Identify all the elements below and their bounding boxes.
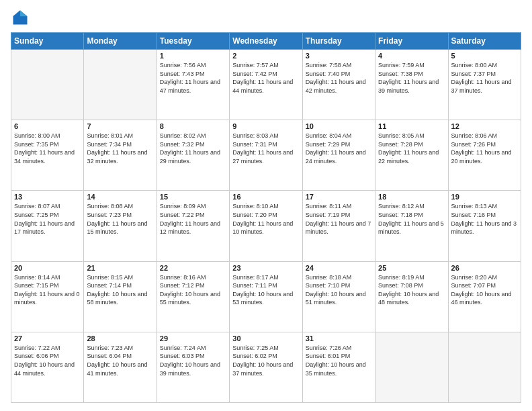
day-cell: 4Sunrise: 7:59 AMSunset: 7:38 PMDaylight…: [375, 50, 448, 120]
day-info: Sunrise: 8:19 AMSunset: 7:08 PMDaylight:…: [378, 273, 445, 307]
day-number: 10: [306, 122, 372, 130]
day-info: Sunrise: 8:13 AMSunset: 7:16 PMDaylight:…: [451, 202, 518, 236]
day-number: 18: [378, 193, 445, 201]
day-cell: 25Sunrise: 8:19 AMSunset: 7:08 PMDayligh…: [375, 261, 448, 332]
day-cell: [375, 332, 448, 402]
day-cell: 2Sunrise: 7:57 AMSunset: 7:42 PMDaylight…: [230, 50, 302, 120]
day-cell: 11Sunrise: 8:05 AMSunset: 7:28 PMDayligh…: [375, 120, 448, 191]
day-number: 13: [14, 193, 81, 201]
day-info: Sunrise: 8:00 AMSunset: 7:37 PMDaylight:…: [451, 61, 518, 95]
day-info: Sunrise: 8:16 AMSunset: 7:12 PMDaylight:…: [160, 273, 226, 307]
day-cell: 1Sunrise: 7:56 AMSunset: 7:43 PMDaylight…: [157, 50, 229, 120]
day-number: 26: [451, 264, 518, 272]
day-cell: 10Sunrise: 8:04 AMSunset: 7:29 PMDayligh…: [302, 120, 375, 191]
day-number: 27: [14, 334, 81, 342]
logo: [11, 8, 32, 27]
day-cell: 6Sunrise: 8:00 AMSunset: 7:35 PMDaylight…: [11, 120, 84, 191]
day-cell: 30Sunrise: 7:25 AMSunset: 6:02 PMDayligh…: [230, 332, 302, 402]
day-info: Sunrise: 7:57 AMSunset: 7:42 PMDaylight:…: [232, 61, 299, 95]
day-cell: 8Sunrise: 8:02 AMSunset: 7:32 PMDaylight…: [157, 120, 229, 191]
page: SundayMondayTuesdayWednesdayThursdayFrid…: [0, 0, 532, 411]
day-info: Sunrise: 7:25 AMSunset: 6:02 PMDaylight:…: [232, 344, 299, 377]
week-row-5: 27Sunrise: 7:22 AMSunset: 6:06 PMDayligh…: [11, 332, 521, 402]
day-info: Sunrise: 8:00 AMSunset: 7:35 PMDaylight:…: [14, 132, 81, 165]
weekday-header-wednesday: Wednesday: [230, 33, 302, 50]
day-cell: 20Sunrise: 8:14 AMSunset: 7:15 PMDayligh…: [11, 261, 84, 332]
day-number: 5: [451, 52, 518, 60]
day-cell: 17Sunrise: 8:11 AMSunset: 7:19 PMDayligh…: [302, 191, 375, 261]
day-info: Sunrise: 7:23 AMSunset: 6:04 PMDaylight:…: [87, 344, 153, 377]
day-cell: 7Sunrise: 8:01 AMSunset: 7:34 PMDaylight…: [84, 120, 157, 191]
week-row-2: 6Sunrise: 8:00 AMSunset: 7:35 PMDaylight…: [11, 120, 521, 191]
day-cell: 12Sunrise: 8:06 AMSunset: 7:26 PMDayligh…: [448, 120, 521, 191]
day-info: Sunrise: 8:10 AMSunset: 7:20 PMDaylight:…: [232, 202, 299, 236]
day-info: Sunrise: 7:22 AMSunset: 6:06 PMDaylight:…: [14, 344, 81, 377]
day-info: Sunrise: 7:59 AMSunset: 7:38 PMDaylight:…: [378, 61, 445, 95]
day-number: 11: [378, 122, 445, 130]
day-info: Sunrise: 8:07 AMSunset: 7:25 PMDaylight:…: [14, 202, 81, 236]
weekday-header-monday: Monday: [84, 33, 157, 50]
logo-icon: [11, 8, 30, 27]
day-cell: [84, 50, 157, 120]
day-info: Sunrise: 7:58 AMSunset: 7:40 PMDaylight:…: [306, 61, 372, 95]
day-number: 2: [232, 52, 299, 60]
day-cell: 22Sunrise: 8:16 AMSunset: 7:12 PMDayligh…: [157, 261, 229, 332]
day-info: Sunrise: 7:24 AMSunset: 6:03 PMDaylight:…: [160, 344, 226, 377]
day-info: Sunrise: 7:26 AMSunset: 6:01 PMDaylight:…: [306, 344, 372, 377]
day-info: Sunrise: 8:15 AMSunset: 7:14 PMDaylight:…: [87, 273, 153, 307]
day-cell: 26Sunrise: 8:20 AMSunset: 7:07 PMDayligh…: [448, 261, 521, 332]
day-info: Sunrise: 8:18 AMSunset: 7:10 PMDaylight:…: [306, 273, 372, 307]
day-number: 14: [87, 193, 153, 201]
day-number: 4: [378, 52, 445, 60]
day-cell: 28Sunrise: 7:23 AMSunset: 6:04 PMDayligh…: [84, 332, 157, 402]
day-cell: 24Sunrise: 8:18 AMSunset: 7:10 PMDayligh…: [302, 261, 375, 332]
day-info: Sunrise: 8:14 AMSunset: 7:15 PMDaylight:…: [14, 273, 81, 307]
day-number: 30: [232, 334, 299, 342]
weekday-header-saturday: Saturday: [448, 33, 521, 50]
day-info: Sunrise: 8:12 AMSunset: 7:18 PMDaylight:…: [378, 202, 445, 236]
day-cell: 31Sunrise: 7:26 AMSunset: 6:01 PMDayligh…: [302, 332, 375, 402]
weekday-header-thursday: Thursday: [302, 33, 375, 50]
weekday-header-tuesday: Tuesday: [157, 33, 229, 50]
day-cell: 15Sunrise: 8:09 AMSunset: 7:22 PMDayligh…: [157, 191, 229, 261]
day-info: Sunrise: 7:56 AMSunset: 7:43 PMDaylight:…: [160, 61, 226, 95]
day-number: 1: [160, 52, 226, 60]
day-cell: 5Sunrise: 8:00 AMSunset: 7:37 PMDaylight…: [448, 50, 521, 120]
day-cell: 13Sunrise: 8:07 AMSunset: 7:25 PMDayligh…: [11, 191, 84, 261]
day-number: 22: [160, 264, 226, 272]
day-info: Sunrise: 8:04 AMSunset: 7:29 PMDaylight:…: [306, 132, 372, 165]
day-cell: [448, 332, 521, 402]
day-info: Sunrise: 8:09 AMSunset: 7:22 PMDaylight:…: [160, 202, 226, 236]
week-row-3: 13Sunrise: 8:07 AMSunset: 7:25 PMDayligh…: [11, 191, 521, 261]
day-cell: 19Sunrise: 8:13 AMSunset: 7:16 PMDayligh…: [448, 191, 521, 261]
day-cell: 9Sunrise: 8:03 AMSunset: 7:31 PMDaylight…: [230, 120, 302, 191]
day-cell: 27Sunrise: 7:22 AMSunset: 6:06 PMDayligh…: [11, 332, 84, 402]
day-number: 31: [306, 334, 372, 342]
day-number: 7: [87, 122, 153, 130]
day-number: 6: [14, 122, 81, 130]
day-cell: 18Sunrise: 8:12 AMSunset: 7:18 PMDayligh…: [375, 191, 448, 261]
day-cell: [11, 50, 84, 120]
header: [11, 8, 521, 27]
day-info: Sunrise: 8:03 AMSunset: 7:31 PMDaylight:…: [232, 132, 299, 165]
day-number: 9: [232, 122, 299, 130]
day-number: 20: [14, 264, 81, 272]
week-row-4: 20Sunrise: 8:14 AMSunset: 7:15 PMDayligh…: [11, 261, 521, 332]
day-info: Sunrise: 8:20 AMSunset: 7:07 PMDaylight:…: [451, 273, 518, 307]
day-cell: 29Sunrise: 7:24 AMSunset: 6:03 PMDayligh…: [157, 332, 229, 402]
day-info: Sunrise: 8:01 AMSunset: 7:34 PMDaylight:…: [87, 132, 153, 165]
day-number: 15: [160, 193, 226, 201]
weekday-header-friday: Friday: [375, 33, 448, 50]
svg-marker-1: [20, 11, 28, 17]
day-number: 25: [378, 264, 445, 272]
day-info: Sunrise: 8:17 AMSunset: 7:11 PMDaylight:…: [232, 273, 299, 307]
day-cell: 16Sunrise: 8:10 AMSunset: 7:20 PMDayligh…: [230, 191, 302, 261]
day-info: Sunrise: 8:11 AMSunset: 7:19 PMDaylight:…: [306, 202, 372, 236]
day-number: 24: [306, 264, 372, 272]
day-cell: 14Sunrise: 8:08 AMSunset: 7:23 PMDayligh…: [84, 191, 157, 261]
day-number: 29: [160, 334, 226, 342]
weekday-header-row: SundayMondayTuesdayWednesdayThursdayFrid…: [11, 33, 521, 50]
day-info: Sunrise: 8:02 AMSunset: 7:32 PMDaylight:…: [160, 132, 226, 165]
day-number: 21: [87, 264, 153, 272]
day-number: 12: [451, 122, 518, 130]
